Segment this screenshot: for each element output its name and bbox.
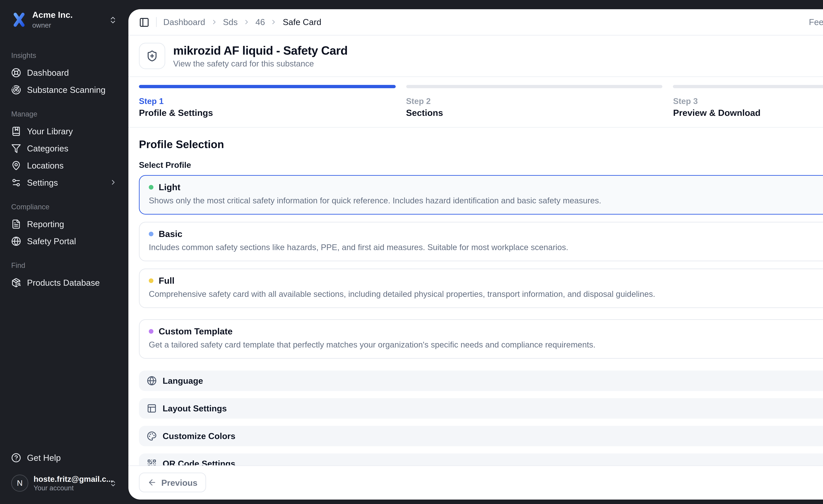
sidebar-item-safety-portal[interactable]: Safety Portal bbox=[6, 232, 123, 249]
title-icon-box bbox=[139, 43, 165, 69]
option-description: Get a tailored safety card template that… bbox=[149, 339, 823, 351]
sidebar-item-label: Safety Portal bbox=[27, 236, 76, 246]
profile-option-light[interactable]: Light Shows only the most critical safet… bbox=[139, 175, 823, 214]
profile-option-basic[interactable]: Basic Includes common safety sections li… bbox=[139, 222, 823, 261]
file-text-icon bbox=[11, 219, 21, 229]
palette-icon bbox=[147, 431, 157, 441]
option-description: Shows only the most critical safety info… bbox=[149, 195, 823, 207]
sidebar-item-settings[interactable]: Settings bbox=[6, 174, 123, 191]
sidebar-item-label: Get Help bbox=[27, 453, 61, 463]
page-title: mikrozid AF liquid - Safety Card bbox=[173, 44, 348, 57]
option-head: Light bbox=[149, 182, 823, 192]
accordion-label: Language bbox=[163, 375, 203, 385]
step-name: Preview & Download bbox=[673, 108, 823, 118]
breadcrumb-current: Safe Card bbox=[283, 17, 321, 27]
sidebar-item-label: Substance Scanning bbox=[27, 85, 106, 95]
user-account-menu[interactable]: N hoste.fritz@gmail.c... Your account bbox=[6, 470, 123, 496]
sidebar-item-your-library[interactable]: Your Library bbox=[6, 123, 123, 140]
sidebar-item-label: Categories bbox=[27, 143, 68, 153]
step-3[interactable]: Step 3 Preview & Download bbox=[673, 85, 823, 118]
avatar: N bbox=[11, 475, 28, 492]
life-buoy-icon bbox=[11, 67, 21, 77]
breadcrumb-dashboard[interactable]: Dashboard bbox=[163, 17, 205, 27]
accordion-layout-settings[interactable]: Layout Settings bbox=[139, 398, 823, 418]
accordion-label: QR Code Settings bbox=[163, 459, 235, 465]
user-caption: Your account bbox=[34, 484, 104, 492]
profile-options: Light Shows only the most critical safet… bbox=[139, 175, 823, 358]
org-name: Acme Inc. bbox=[32, 11, 73, 20]
profile-option-full[interactable]: Full Comprehensive safety card with all … bbox=[139, 269, 823, 308]
main-panel: Dashboard Sds 46 Safe Card Feedback F EN bbox=[128, 9, 823, 499]
feedback-button[interactable]: Feedback F bbox=[809, 15, 823, 29]
sidebar-item-label: Settings bbox=[27, 177, 58, 187]
nav-section-insights: Insights bbox=[6, 51, 123, 59]
nav-section-find: Find bbox=[6, 261, 123, 269]
sidebar-item-get-help[interactable]: Get Help bbox=[6, 449, 123, 467]
chevron-right-icon bbox=[210, 18, 217, 26]
section-heading: Profile Selection bbox=[139, 138, 823, 151]
sidebar-item-locations[interactable]: Locations bbox=[6, 157, 123, 174]
org-role: owner bbox=[32, 21, 73, 29]
feedback-label: Feedback bbox=[809, 17, 823, 27]
divider bbox=[156, 17, 157, 27]
option-label: Custom Template bbox=[159, 326, 232, 336]
sidebar-item-label: Your Library bbox=[27, 126, 73, 136]
profile-dot-icon bbox=[149, 185, 153, 190]
user-text: hoste.fritz@gmail.c... Your account bbox=[34, 474, 104, 492]
step-2[interactable]: Step 2 Sections bbox=[406, 85, 663, 118]
chevron-right-icon bbox=[109, 178, 117, 186]
step-content: Profile Selection Select Profile Light S… bbox=[128, 128, 823, 465]
circle-help-icon bbox=[11, 453, 21, 463]
accordion-language[interactable]: Language bbox=[139, 370, 823, 391]
radar-icon bbox=[11, 85, 21, 95]
brand-logo-icon bbox=[11, 12, 27, 28]
sidebar-item-label: Reporting bbox=[27, 219, 64, 229]
sidebar-item-reporting[interactable]: Reporting bbox=[6, 215, 123, 232]
org-text: Acme Inc. owner bbox=[32, 11, 73, 29]
accordion-qr-code-settings[interactable]: QR Code Settings bbox=[139, 453, 823, 465]
previous-button[interactable]: Previous bbox=[139, 473, 206, 493]
step-1[interactable]: Step 1 Profile & Settings bbox=[139, 85, 395, 118]
step-name: Profile & Settings bbox=[139, 108, 395, 118]
book-marked-icon bbox=[11, 126, 21, 136]
panel-left-toggle-icon[interactable] bbox=[139, 17, 149, 27]
profile-option-custom-template[interactable]: Custom Template Get a tailored safety ca… bbox=[139, 319, 823, 358]
globe-icon bbox=[11, 236, 21, 246]
sidebar-item-dashboard[interactable]: Dashboard bbox=[6, 64, 123, 81]
sidebar-item-products-database[interactable]: Products Database bbox=[6, 274, 123, 291]
step-label: Step 2 bbox=[406, 97, 663, 106]
sidebar-item-label: Products Database bbox=[27, 278, 100, 287]
profile-dot-icon bbox=[149, 278, 153, 283]
select-profile-label: Select Profile bbox=[139, 161, 823, 170]
chevron-right-icon bbox=[270, 18, 278, 26]
breadcrumb-sds[interactable]: Sds bbox=[223, 17, 238, 27]
sidebar-item-categories[interactable]: Categories bbox=[6, 140, 123, 157]
map-pin-icon bbox=[11, 160, 21, 170]
option-label: Full bbox=[159, 276, 174, 286]
accordion-label: Layout Settings bbox=[163, 403, 227, 413]
wizard-footer: Previous Next bbox=[128, 465, 823, 499]
top-bar-actions: Feedback F EN bbox=[809, 15, 823, 29]
chevron-right-icon bbox=[243, 18, 250, 26]
option-label: Basic bbox=[159, 229, 182, 239]
option-head: Basic bbox=[149, 229, 823, 239]
sidebar-item-substance-scanning[interactable]: Substance Scanning bbox=[6, 81, 123, 98]
option-description: Comprehensive safety card with all avail… bbox=[149, 289, 823, 300]
breadcrumb-46[interactable]: 46 bbox=[256, 17, 265, 27]
step-progress: Step 1 Profile & Settings Step 2 Section… bbox=[128, 77, 823, 128]
org-switcher[interactable]: Acme Inc. owner bbox=[6, 7, 123, 33]
sliders-icon bbox=[11, 177, 21, 187]
nav-section-manage: Manage bbox=[6, 110, 123, 118]
option-label: Light bbox=[159, 182, 180, 192]
profile-dot-icon bbox=[149, 232, 153, 236]
package-search-icon bbox=[11, 278, 21, 287]
arrow-left-icon bbox=[148, 478, 157, 487]
step-label: Step 3 bbox=[673, 97, 823, 106]
page-subtitle: View the safety card for this substance bbox=[173, 59, 348, 68]
accordion-customize-colors[interactable]: Customize Colors bbox=[139, 426, 823, 446]
accordion-label: Customize Colors bbox=[163, 431, 235, 441]
step-progress-bar bbox=[673, 85, 823, 88]
top-bar: Dashboard Sds 46 Safe Card Feedback F EN bbox=[128, 9, 823, 35]
layout-icon bbox=[147, 403, 157, 413]
step-label: Step 1 bbox=[139, 97, 395, 106]
